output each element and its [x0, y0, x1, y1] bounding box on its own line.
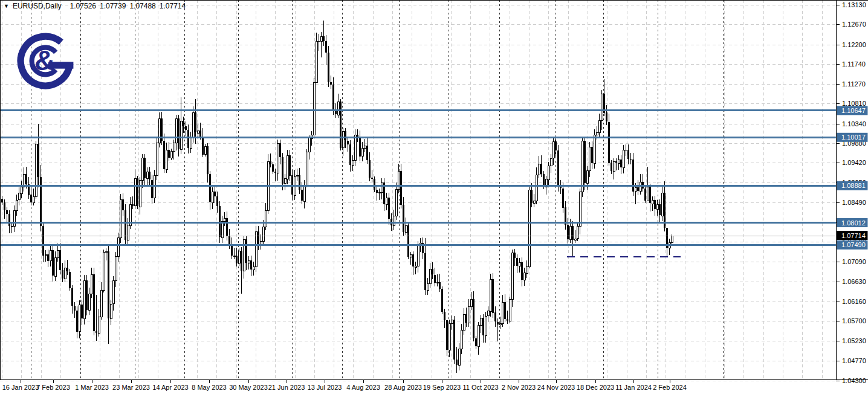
symbol-menu-icon[interactable]: ▼ — [4, 4, 9, 9]
candle-body-bull — [54, 257, 56, 276]
candle-body-bear — [199, 131, 201, 137]
candle-body-bear — [151, 180, 153, 198]
chart-window: 1.131301.126701.122001.117401.112701.108… — [0, 0, 868, 397]
candle-body-bear — [40, 177, 42, 226]
candle-body-bull — [613, 161, 615, 171]
candle-body-bear — [611, 163, 612, 171]
candle-body-bear — [507, 319, 508, 321]
candle-body-bull — [461, 330, 462, 349]
candle-body-bear — [187, 130, 189, 148]
candle-body-bull — [354, 135, 356, 160]
candle-body-bull — [598, 120, 600, 132]
candle-body-bear — [59, 250, 61, 270]
candle-body-bull — [478, 325, 479, 346]
candle-body-bear — [615, 161, 617, 163]
candle-body-bear — [226, 218, 228, 236]
candle-body-bear — [37, 144, 39, 177]
candle-body-bear — [494, 312, 496, 321]
candle-body-bear — [299, 175, 300, 190]
candle-body-bear — [424, 253, 426, 290]
candle-body-bull — [134, 178, 136, 205]
candle-body-bull — [103, 252, 105, 290]
candle-body-bull — [618, 160, 620, 163]
candle-body-bear — [42, 226, 44, 256]
candle-body-bear — [250, 260, 252, 270]
candle-body-bull — [511, 253, 513, 299]
date-tick-label: 11 Jan 2024 — [615, 384, 652, 391]
current-price-badge-label: 1.07714 — [841, 232, 866, 239]
candle-body-bear — [359, 137, 361, 157]
candle-body-bear — [371, 178, 373, 179]
candle-body-bull — [262, 227, 264, 241]
candle-body-bear — [274, 172, 276, 173]
candle-body-bear — [620, 160, 622, 167]
candle-body-bull — [248, 260, 250, 263]
candle-body-bear — [649, 187, 651, 203]
quote-close: 1.07714 — [160, 2, 186, 10]
candle-body-bull — [480, 318, 482, 325]
candle-body-bear — [86, 280, 88, 310]
price-tick-label: 1.05230 — [842, 337, 866, 344]
date-tick-label: 2 Nov 2023 — [502, 384, 536, 391]
candle-body-bull — [581, 141, 583, 192]
candle-body-bear — [178, 118, 180, 149]
candle-body-bull — [427, 283, 429, 290]
candle-body-bear — [516, 258, 518, 266]
candle-body-bull — [306, 152, 308, 185]
candle-body-bull — [574, 239, 576, 240]
candle-body-bull — [64, 268, 66, 279]
date-tick-label: 30 May 2023 — [229, 384, 268, 391]
candle-body-bear — [219, 206, 221, 237]
date-tick-label: 14 Apr 2023 — [152, 384, 188, 391]
price-tick-label: 1.09420 — [842, 159, 866, 166]
price-level-badge-label: 1.08012 — [841, 219, 866, 227]
candle-body-bull — [436, 282, 438, 283]
candle-body-bear — [1, 199, 3, 202]
candle-body-bull — [146, 172, 148, 178]
candle-body-bear — [400, 171, 402, 205]
candle-body-bull — [277, 143, 279, 173]
candle-body-bull — [253, 266, 254, 270]
candle-body-bull — [364, 146, 366, 148]
candle-body-bear — [66, 268, 68, 271]
candle-body-bull — [303, 185, 305, 201]
candle-body-bear — [412, 254, 414, 266]
date-tick-label: 13 Jul 2023 — [308, 384, 342, 391]
broker-logo: & — [15, 30, 76, 92]
price-tick-label: 1.12200 — [842, 41, 866, 48]
candle-body-bull — [463, 314, 465, 330]
chart-canvas[interactable]: 1.131301.126701.122001.117401.112701.108… — [0, 0, 868, 397]
candle-body-bull — [470, 299, 472, 306]
candle-body-bull — [233, 256, 235, 256]
price-level-badge-label: 1.08881 — [841, 182, 866, 189]
candle-body-bear — [521, 262, 523, 280]
candle-body-bull — [429, 269, 431, 283]
price-tick-label: 1.12670 — [842, 21, 866, 28]
candle-body-bull — [458, 349, 460, 365]
candle-body-bull — [538, 164, 540, 175]
candle-body-bear — [644, 189, 646, 201]
candle-body-bull — [57, 250, 59, 257]
candle-body-bull — [166, 150, 167, 169]
candle-body-bear — [30, 195, 32, 202]
candle-body-bear — [374, 179, 375, 190]
candle-body-bear — [514, 253, 516, 258]
candle-body-bull — [192, 112, 194, 138]
candle-body-bear — [52, 250, 54, 276]
quote-low: 1.07488 — [129, 2, 155, 10]
candle-body-bull — [393, 216, 395, 225]
candle-body-bull — [105, 251, 107, 252]
candle-body-bull — [415, 266, 416, 267]
candle-body-bull — [485, 316, 487, 335]
date-tick-label: 1 Mar 2023 — [75, 384, 109, 391]
logo-ampersand: & — [34, 45, 55, 76]
candle-body-bull — [378, 192, 380, 193]
candle-body-bear — [531, 190, 533, 203]
candle-body-bull — [320, 36, 322, 41]
candle-body-bear — [318, 41, 320, 42]
date-tick-label: 7 Feb 2023 — [36, 384, 70, 391]
price-tick-label: 1.11740 — [842, 60, 866, 68]
candle-body-bear — [4, 202, 5, 210]
candle-body-bull — [601, 94, 603, 120]
candle-body-bear — [149, 172, 151, 179]
